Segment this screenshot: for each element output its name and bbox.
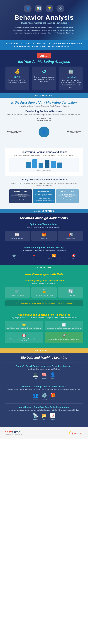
sensors-visual: 📡 Sensors 📂 Data 📈 Insights	[5, 413, 83, 420]
cta-item-offers: 🎁 Offer types	[31, 230, 57, 241]
question-box: is the short-term sale today worth the d…	[5, 300, 83, 306]
list-item: Google Trends & keyword terms	[34, 193, 54, 197]
future-headline: Big Data and Machine Learning	[5, 356, 83, 360]
stat-budget-text: Companies spend 6-7% of their budgets on…	[7, 79, 27, 84]
cta-offers-label: Offer types	[33, 238, 55, 239]
list-item: Performance history	[11, 193, 30, 196]
hero-icon-person: 👤	[24, 5, 31, 12]
funnel-icon: 🔻	[25, 254, 44, 258]
ml-visual-user: 👤 User	[50, 372, 55, 379]
party-data-section: Testing Performance and Return on Invest…	[5, 176, 83, 206]
sensors-desc: Almost any question or concern can be ha…	[5, 409, 83, 411]
goal1-label: Why did top-channel performers do better…	[6, 327, 42, 329]
logo-copy: COPY	[5, 431, 12, 434]
da-subtitle: Developing Audience Personas, Discoverin…	[5, 105, 83, 107]
user-icon: 👤	[50, 372, 55, 377]
year-stat-budget: 💰 6-7% Companies spend 6-7% of their bud…	[6, 66, 29, 90]
persona-center-icon: 👤	[38, 126, 50, 138]
partner-label: jumpshot	[72, 432, 83, 434]
headlines-icon: 📰	[6, 232, 29, 237]
persona-desc: Your audience personas should dive deepe…	[5, 114, 83, 116]
journey-item-multichannel: 🔀 Multi-Channel Funnels	[45, 254, 64, 260]
goal2-label: What tactics for reaching audiences did …	[46, 327, 82, 329]
data-analysis-section: is the First Step of Any Marketing Campa…	[0, 98, 88, 209]
ml-customers: 👥 Customers	[32, 393, 38, 400]
ml-visual-analytics: 🧠 Analytics	[41, 372, 47, 379]
da-headline: is the First Step of Any Marketing Campa…	[5, 101, 83, 104]
cta-section: Optimizing CTAs and Offers Always test d…	[5, 220, 83, 244]
cta-headlines-label: Different headlines	[6, 238, 29, 239]
future-headline-text: Big Data and Machine Learning	[21, 356, 67, 359]
cta-icon: 📢	[59, 232, 82, 237]
hero-icon-link: 🔗	[57, 5, 64, 12]
user-label: User	[50, 378, 55, 379]
party-data-grid: 1ST PARTY DATA Performance history Growt…	[9, 189, 79, 203]
hero-icon-bulb: 💡	[46, 5, 53, 12]
persona-label-left: What they know about your product	[6, 130, 22, 134]
footer-tagline: Content Marketing & Copywriting	[5, 434, 23, 435]
hero-icon-chart: 📊	[35, 5, 42, 12]
types-icon: 🔒	[33, 289, 55, 294]
sensors-data: 📂 Data	[41, 413, 47, 420]
future-tag: THE FUTURE OF	[0, 348, 88, 353]
persona-label-right: What their interests or worries are	[66, 130, 82, 134]
ml-desc: Machine learning allows companies to con…	[5, 388, 83, 391]
goalflow-label: Goal Flow	[5, 258, 24, 260]
journey-item-assisted: 🎯 Assisted Conversions	[64, 254, 83, 260]
using-analytics-tag: USING ANALYTICS	[0, 209, 88, 213]
goal-item-1: ⭐ Why did top-channel performers do bett…	[5, 321, 43, 330]
cta-item-headlines: 📰 Different headlines	[5, 230, 30, 241]
companies-icon: 🏢	[61, 68, 81, 74]
ltv-item-types: 🔒 What types of items they will buy	[31, 287, 57, 298]
list-item: Growth trends	[11, 196, 30, 198]
goal1-icon: ⭐	[6, 323, 42, 327]
party-second-list: Google Trends & keyword terms Path-to-pu…	[34, 193, 54, 202]
data-label: Data	[33, 378, 38, 379]
learning-label: Learning	[41, 398, 47, 400]
sensors-data-label: Data	[41, 419, 47, 420]
ml-offers-label: Offers	[50, 398, 56, 400]
party-col-second: 2ND PARTY DATA Google Trends & keyword t…	[33, 189, 55, 203]
multichannel-label: Multi-Channel Funnels	[45, 258, 64, 260]
persona-label-top: How they feel about the misconceptions	[36, 118, 52, 121]
year-section: 2017 the Year for Marketing Analytics 💰 …	[0, 50, 88, 93]
journey-desc: In Google Analytics, this information ca…	[5, 249, 83, 252]
buy-often-label: How often they will buy	[6, 294, 29, 296]
sensors-data-icon: 📂	[41, 413, 47, 418]
future-section: Big Data and Machine Learning Google's S…	[0, 353, 88, 427]
party-data-title: Testing Performance and Return on Invest…	[9, 178, 79, 181]
sensor-icon: 📡	[33, 413, 38, 418]
multichannel-icon: 🔀	[45, 254, 64, 258]
year-stat-companies: 🏢 doubled The number of marketing tech c…	[59, 66, 82, 90]
journey-section: Understanding the Customer Journey In Go…	[5, 244, 83, 262]
goal-item-4: 🚀 What would your ideal 'User Story' loo…	[45, 332, 83, 343]
party-first-list: Performance history Growth trends Compan…	[11, 193, 30, 200]
footer-logo: COPYPRESS Content Marketing & Copywritin…	[5, 431, 23, 435]
list-item: Path-to-purchase	[34, 197, 54, 200]
ltv-section: Calculating Long-Term Customer Value Alw…	[5, 277, 83, 311]
goal2-icon: 📊	[46, 323, 82, 327]
hero-title: Behavior Analysis	[6, 14, 82, 21]
party-col-third: 3RD PARTY DATA Industry publications Pub…	[56, 189, 79, 203]
ltv-title: Calculating Long-Term Customer Value	[5, 279, 83, 282]
footer: COPYPRESS Content Marketing & Copywritin…	[0, 427, 88, 438]
sensors-subsection: More Sensors Than Ever Can Collect Infor…	[5, 404, 83, 424]
google-goals-desc: Google identifies factors of a well-qual…	[5, 368, 83, 370]
google-goals-title: Google's Smart Goals: Harnesses Predicti…	[5, 365, 83, 367]
goal-item-2: 📊 What tactics for reaching audiences di…	[45, 321, 83, 330]
analytics-label: Analytics	[41, 378, 47, 379]
return-icon: 🔄	[59, 289, 82, 294]
sensors-title: More Sensors Than Ever Can Collect Infor…	[5, 406, 83, 408]
hero-subtitle: to Know Your Audience and Maximize Your …	[6, 22, 82, 24]
ua-headline-text: for Intra-Campaign Adjustments	[20, 216, 68, 220]
ltv-desc: Always track metrics by customer:	[5, 282, 83, 285]
copypress-logo: COPYPRESS Content Marketing & Copywritin…	[5, 431, 23, 435]
intro-banner: HERE'S HOW YOU CAN USE DATA AND ANALYTIC…	[0, 40, 88, 50]
cta-item-cta: 📢 Calls-to-action	[58, 230, 83, 241]
funnel-label: Funnel Visualization	[25, 258, 44, 260]
types-label: What types of items they will buy	[33, 294, 55, 296]
ml-learning: ⚙️ Learning	[41, 393, 47, 400]
list-item: Industry publications	[58, 193, 77, 196]
year-stat-double: ×2 They are expected to double their spe…	[32, 66, 56, 90]
party-third-list: Industry publications Public records Ear…	[58, 193, 77, 200]
